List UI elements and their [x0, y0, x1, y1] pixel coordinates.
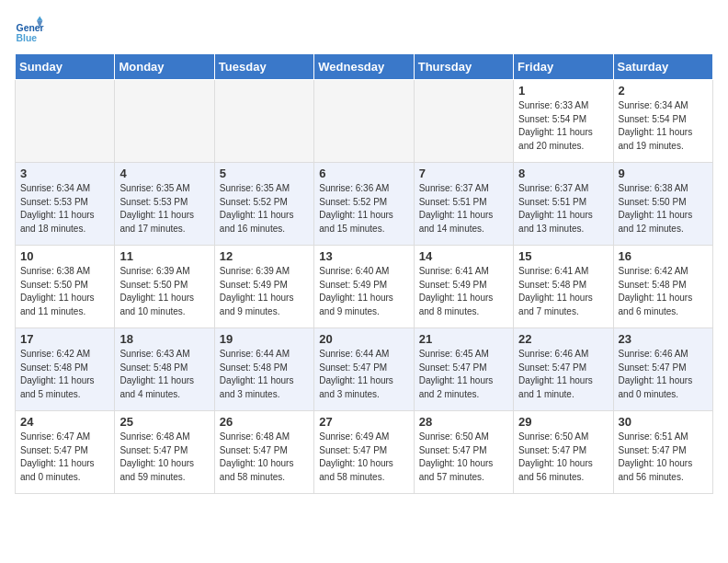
svg-text:Blue: Blue	[17, 33, 38, 43]
day-info: Sunrise: 6:38 AM Sunset: 5:50 PM Dayligh…	[20, 265, 109, 318]
day-info: Sunrise: 6:51 AM Sunset: 5:47 PM Dayligh…	[619, 431, 708, 484]
day-number: 1	[518, 84, 608, 98]
calendar-cell: 15Sunrise: 6:41 AM Sunset: 5:48 PM Dayli…	[514, 246, 613, 328]
day-info: Sunrise: 6:46 AM Sunset: 5:47 PM Dayligh…	[619, 348, 708, 401]
day-number: 27	[319, 415, 408, 429]
day-number: 29	[518, 415, 608, 429]
day-info: Sunrise: 6:42 AM Sunset: 5:48 PM Dayligh…	[619, 265, 708, 318]
calendar-cell	[314, 80, 414, 163]
day-number: 22	[518, 332, 608, 346]
day-number: 7	[419, 167, 508, 180]
day-info: Sunrise: 6:40 AM Sunset: 5:49 PM Dayligh…	[319, 265, 408, 318]
calendar-cell: 24Sunrise: 6:47 AM Sunset: 5:47 PM Dayli…	[16, 411, 115, 494]
calendar-cell: 6Sunrise: 6:36 AM Sunset: 5:52 PM Daylig…	[314, 163, 414, 246]
logo: General Blue	[15, 15, 44, 44]
weekday-header-row: SundayMondayTuesdayWednesdayThursdayFrid…	[16, 54, 713, 80]
day-number: 20	[319, 332, 408, 346]
day-info: Sunrise: 6:45 AM Sunset: 5:47 PM Dayligh…	[419, 348, 508, 401]
day-info: Sunrise: 6:41 AM Sunset: 5:48 PM Dayligh…	[518, 265, 608, 318]
calendar-cell: 16Sunrise: 6:42 AM Sunset: 5:48 PM Dayli…	[613, 246, 712, 328]
calendar-cell: 13Sunrise: 6:40 AM Sunset: 5:49 PM Dayli…	[314, 246, 414, 328]
calendar-cell: 2Sunrise: 6:34 AM Sunset: 5:54 PM Daylig…	[613, 80, 712, 163]
day-number: 4	[119, 167, 209, 180]
calendar-cell: 26Sunrise: 6:48 AM Sunset: 5:47 PM Dayli…	[214, 411, 313, 494]
calendar-cell: 8Sunrise: 6:37 AM Sunset: 5:51 PM Daylig…	[514, 163, 613, 246]
calendar-week-1: 1Sunrise: 6:33 AM Sunset: 5:54 PM Daylig…	[16, 80, 713, 163]
calendar-cell	[214, 80, 313, 163]
day-info: Sunrise: 6:46 AM Sunset: 5:47 PM Dayligh…	[518, 348, 608, 401]
svg-marker-2	[37, 17, 42, 21]
day-number: 5	[220, 167, 309, 180]
calendar-cell: 9Sunrise: 6:38 AM Sunset: 5:50 PM Daylig…	[613, 163, 712, 246]
day-number: 21	[419, 332, 508, 346]
day-number: 6	[319, 167, 408, 180]
calendar-cell	[115, 80, 214, 163]
weekday-header-monday: Monday	[115, 54, 214, 80]
calendar-cell: 18Sunrise: 6:43 AM Sunset: 5:48 PM Dayli…	[115, 328, 214, 411]
day-info: Sunrise: 6:48 AM Sunset: 5:47 PM Dayligh…	[119, 431, 209, 484]
day-number: 8	[518, 167, 608, 180]
calendar-week-5: 24Sunrise: 6:47 AM Sunset: 5:47 PM Dayli…	[16, 411, 713, 494]
day-number: 13	[319, 249, 408, 263]
day-number: 19	[220, 332, 309, 346]
calendar-cell: 4Sunrise: 6:35 AM Sunset: 5:53 PM Daylig…	[115, 163, 214, 246]
day-info: Sunrise: 6:36 AM Sunset: 5:52 PM Dayligh…	[319, 182, 408, 236]
day-info: Sunrise: 6:34 AM Sunset: 5:54 PM Dayligh…	[619, 99, 708, 153]
calendar-cell: 17Sunrise: 6:42 AM Sunset: 5:48 PM Dayli…	[16, 328, 115, 411]
calendar-cell: 28Sunrise: 6:50 AM Sunset: 5:47 PM Dayli…	[414, 411, 513, 494]
calendar-cell: 21Sunrise: 6:45 AM Sunset: 5:47 PM Dayli…	[414, 328, 513, 411]
day-info: Sunrise: 6:37 AM Sunset: 5:51 PM Dayligh…	[419, 182, 508, 236]
calendar-table: SundayMondayTuesdayWednesdayThursdayFrid…	[15, 53, 713, 494]
day-number: 28	[419, 415, 508, 429]
calendar-cell: 30Sunrise: 6:51 AM Sunset: 5:47 PM Dayli…	[613, 411, 712, 494]
day-info: Sunrise: 6:33 AM Sunset: 5:54 PM Dayligh…	[518, 99, 608, 153]
weekday-header-friday: Friday	[514, 54, 613, 80]
day-number: 12	[220, 249, 309, 263]
day-info: Sunrise: 6:43 AM Sunset: 5:48 PM Dayligh…	[119, 348, 209, 401]
calendar-cell: 1Sunrise: 6:33 AM Sunset: 5:54 PM Daylig…	[514, 80, 613, 163]
day-info: Sunrise: 6:35 AM Sunset: 5:52 PM Dayligh…	[220, 182, 309, 236]
day-number: 15	[518, 249, 608, 263]
day-number: 18	[119, 332, 209, 346]
day-info: Sunrise: 6:50 AM Sunset: 5:47 PM Dayligh…	[518, 431, 608, 484]
day-number: 9	[619, 167, 708, 180]
day-info: Sunrise: 6:41 AM Sunset: 5:49 PM Dayligh…	[419, 265, 508, 318]
calendar-cell: 29Sunrise: 6:50 AM Sunset: 5:47 PM Dayli…	[514, 411, 613, 494]
day-info: Sunrise: 6:49 AM Sunset: 5:47 PM Dayligh…	[319, 431, 408, 484]
calendar-week-2: 3Sunrise: 6:34 AM Sunset: 5:53 PM Daylig…	[16, 163, 713, 246]
weekday-header-wednesday: Wednesday	[314, 54, 414, 80]
day-info: Sunrise: 6:39 AM Sunset: 5:50 PM Dayligh…	[119, 265, 209, 318]
calendar-week-4: 17Sunrise: 6:42 AM Sunset: 5:48 PM Dayli…	[16, 328, 713, 411]
calendar-cell: 19Sunrise: 6:44 AM Sunset: 5:48 PM Dayli…	[214, 328, 313, 411]
calendar-body: 1Sunrise: 6:33 AM Sunset: 5:54 PM Daylig…	[16, 80, 713, 494]
calendar-cell: 12Sunrise: 6:39 AM Sunset: 5:49 PM Dayli…	[214, 246, 313, 328]
day-info: Sunrise: 6:48 AM Sunset: 5:47 PM Dayligh…	[220, 431, 309, 484]
day-info: Sunrise: 6:37 AM Sunset: 5:51 PM Dayligh…	[518, 182, 608, 236]
logo-icon: General Blue	[15, 15, 44, 44]
day-info: Sunrise: 6:44 AM Sunset: 5:47 PM Dayligh…	[319, 348, 408, 401]
day-number: 23	[619, 332, 708, 346]
day-info: Sunrise: 6:35 AM Sunset: 5:53 PM Dayligh…	[119, 182, 209, 236]
calendar-cell: 5Sunrise: 6:35 AM Sunset: 5:52 PM Daylig…	[214, 163, 313, 246]
day-number: 14	[419, 249, 508, 263]
calendar-cell: 11Sunrise: 6:39 AM Sunset: 5:50 PM Dayli…	[115, 246, 214, 328]
day-number: 24	[20, 415, 109, 429]
day-number: 30	[619, 415, 708, 429]
calendar-cell: 14Sunrise: 6:41 AM Sunset: 5:49 PM Dayli…	[414, 246, 513, 328]
day-info: Sunrise: 6:39 AM Sunset: 5:49 PM Dayligh…	[220, 265, 309, 318]
day-number: 3	[20, 167, 109, 180]
day-info: Sunrise: 6:38 AM Sunset: 5:50 PM Dayligh…	[619, 182, 708, 236]
calendar-cell: 22Sunrise: 6:46 AM Sunset: 5:47 PM Dayli…	[514, 328, 613, 411]
calendar-cell: 3Sunrise: 6:34 AM Sunset: 5:53 PM Daylig…	[16, 163, 115, 246]
day-info: Sunrise: 6:34 AM Sunset: 5:53 PM Dayligh…	[20, 182, 109, 236]
calendar-cell: 20Sunrise: 6:44 AM Sunset: 5:47 PM Dayli…	[314, 328, 414, 411]
day-number: 2	[619, 84, 708, 98]
day-number: 26	[220, 415, 309, 429]
page-header: General Blue	[15, 15, 713, 44]
day-info: Sunrise: 6:42 AM Sunset: 5:48 PM Dayligh…	[20, 348, 109, 401]
day-number: 16	[619, 249, 708, 263]
day-number: 25	[119, 415, 209, 429]
calendar-cell: 10Sunrise: 6:38 AM Sunset: 5:50 PM Dayli…	[16, 246, 115, 328]
calendar-week-3: 10Sunrise: 6:38 AM Sunset: 5:50 PM Dayli…	[16, 246, 713, 328]
day-number: 17	[20, 332, 109, 346]
